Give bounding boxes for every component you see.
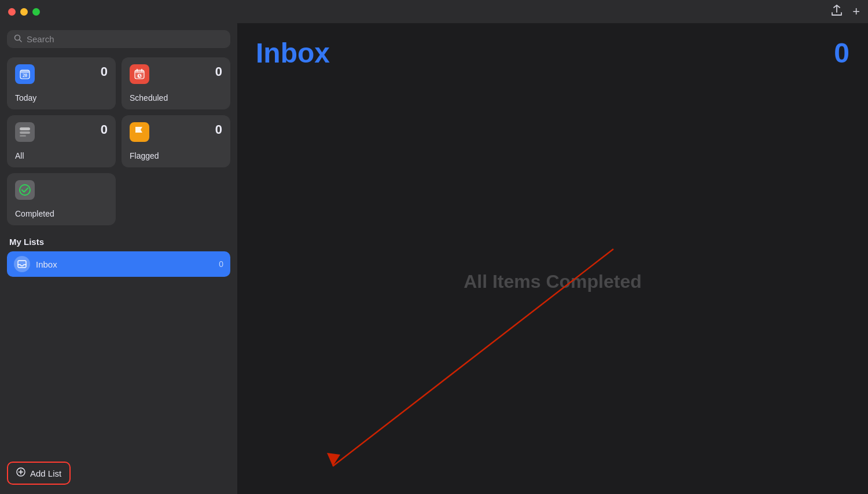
close-button[interactable] [8,8,16,16]
content-body: All Items Completed [237,69,868,494]
scheduled-icon [130,64,149,84]
svg-rect-18 [18,261,26,268]
all-label: All [15,148,108,160]
titlebar: + [0,0,868,23]
main-layout: 20 0 Today [0,23,868,494]
today-icon: 20 [15,64,35,84]
tile-top-all: 0 [15,122,108,142]
smart-tile-today[interactable]: 20 0 Today [7,57,116,109]
today-count: 0 [101,64,108,79]
content-header: Inbox 0 [237,23,868,69]
empty-state-text: All Items Completed [464,271,642,292]
content-count: 0 [834,37,849,69]
inbox-count: 0 [219,259,223,269]
svg-rect-14 [20,127,30,130]
tile-top-completed [15,180,108,200]
all-count: 0 [101,122,108,137]
scheduled-label: Scheduled [130,90,222,103]
my-lists-heading: My Lists [7,237,230,247]
svg-rect-15 [20,131,30,134]
svg-rect-16 [20,135,26,137]
tile-top-flagged: 0 [130,122,222,142]
search-input[interactable] [27,34,223,44]
flagged-label: Flagged [130,148,222,160]
smart-tile-completed[interactable]: Completed [7,173,116,225]
maximize-button[interactable] [32,8,40,16]
completed-icon [15,180,35,200]
add-list-icon [16,467,25,479]
add-list-button[interactable]: Add List [7,462,71,485]
titlebar-actions: + [832,4,860,19]
smart-tile-scheduled[interactable]: 0 Scheduled [122,57,230,109]
svg-rect-8 [135,70,144,73]
smart-tile-all[interactable]: 0 All [7,115,116,167]
minimize-button[interactable] [20,8,28,16]
inbox-icon [14,256,30,272]
svg-point-17 [20,185,30,195]
tile-top-today: 20 0 [15,64,108,84]
completed-label: Completed [15,206,108,218]
add-icon[interactable]: + [852,4,860,19]
svg-line-1 [20,40,22,42]
smart-tile-flagged[interactable]: 0 Flagged [122,115,230,167]
tile-top-scheduled: 0 [130,64,222,84]
add-list-label: Add List [30,469,61,478]
inbox-name: Inbox [36,259,219,269]
smart-tiles-grid: 20 0 Today [7,57,230,225]
sidebar: 20 0 Today [0,23,237,494]
share-icon[interactable] [832,5,842,19]
search-icon [14,34,22,44]
flagged-count: 0 [215,122,222,137]
window-controls [8,8,40,16]
today-label: Today [15,90,108,103]
flagged-icon [130,122,149,142]
list-item-inbox[interactable]: Inbox 0 [7,251,230,277]
search-bar[interactable] [7,30,230,48]
content-area: Inbox 0 All Items Completed [237,23,868,494]
page-title: Inbox [256,37,330,69]
all-icon [15,122,35,142]
scheduled-count: 0 [215,64,222,79]
svg-text:20: 20 [23,73,27,78]
